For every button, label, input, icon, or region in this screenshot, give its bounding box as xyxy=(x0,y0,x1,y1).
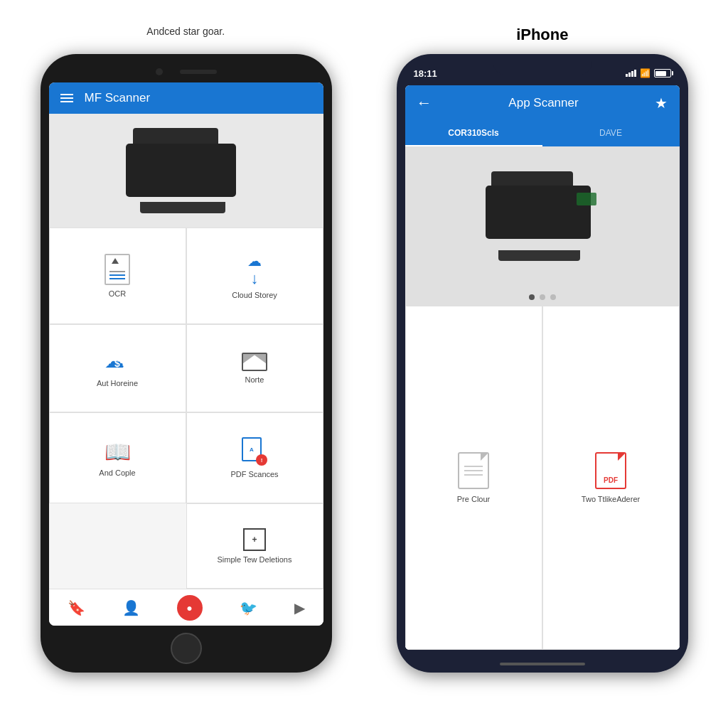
carousel-dots xyxy=(405,289,680,306)
android-bottom-nav: 🔖 👤 ● 🐦 ▶ xyxy=(49,589,323,626)
iphone-grid-label-doc: Pre Clour xyxy=(457,495,490,503)
iphone-printer-section xyxy=(405,146,680,289)
android-phone: MF Scanner xyxy=(41,54,332,673)
grid-item-label-cloud: Cloud Storey xyxy=(232,291,277,299)
android-home-area xyxy=(49,626,323,667)
dot-1[interactable] xyxy=(529,294,535,300)
record-icon: ● xyxy=(186,602,192,614)
signal-bars xyxy=(626,70,636,77)
iphone-grid-item-pdf[interactable]: PDF Two TtlikeAderer xyxy=(542,306,680,650)
android-printer-image xyxy=(126,128,247,213)
iphone-tabs: COR310Scls DAVE xyxy=(405,121,680,146)
doc-line-1 xyxy=(464,466,483,467)
iphone-printer-body xyxy=(486,186,591,239)
nav-record[interactable]: ● xyxy=(177,595,203,621)
bar1 xyxy=(626,74,628,77)
tab-dave[interactable]: DAVE xyxy=(542,121,680,146)
iphone-printer-tray xyxy=(498,250,580,261)
cloud-symbol: ☁ xyxy=(247,252,262,269)
cloud-down-icon: ☁ ↓ xyxy=(247,252,262,287)
battery-icon xyxy=(654,69,671,77)
wifi-icon: 📶 xyxy=(640,68,651,78)
android-app-title: MF Scanner xyxy=(85,91,151,105)
book-icon: 📖 xyxy=(105,439,131,464)
nav-twitter[interactable]: 🐦 xyxy=(240,599,257,616)
nav-play[interactable]: ▶ xyxy=(294,599,305,616)
doc-arrow xyxy=(112,258,119,264)
page-container: Andced star goar. iPhone MF Scann xyxy=(0,14,728,714)
doc-line xyxy=(109,271,125,272)
back-button[interactable]: ← xyxy=(417,94,432,112)
android-screen: MF Scanner xyxy=(49,82,323,626)
printer-body xyxy=(126,144,236,197)
hamburger-line xyxy=(60,94,73,95)
auto-icon: ☁ $ xyxy=(105,349,130,375)
hamburger-line xyxy=(60,97,73,99)
dot-3[interactable] xyxy=(550,294,556,300)
bar4 xyxy=(634,70,636,77)
dot-2[interactable] xyxy=(540,294,545,300)
grid-item-auto[interactable]: ☁ $ Aut Horeine xyxy=(49,324,186,412)
grid-item-label-simple: Simple Tew Deletions xyxy=(218,555,292,564)
nav-people[interactable]: 👤 xyxy=(122,599,140,616)
battery-tip xyxy=(672,71,673,75)
android-speaker xyxy=(180,70,217,74)
doc-corner xyxy=(481,454,488,461)
grid-item-pdf-scan[interactable]: A ! PDF Scances xyxy=(186,412,323,503)
doc-line xyxy=(109,274,125,276)
pdf-badge: ! xyxy=(256,454,267,466)
crop-icon: + xyxy=(243,528,266,551)
bar3 xyxy=(631,71,633,77)
iphone: 18:11 📶 xyxy=(397,54,688,673)
phones-container: MF Scanner xyxy=(11,54,717,673)
pdf-scan-icon: A ! xyxy=(242,437,267,466)
android-top-bar xyxy=(49,65,323,82)
iphone-home-area xyxy=(397,658,688,673)
down-arrow: ↓ xyxy=(251,271,259,287)
grid-item-label-ocr: OCR xyxy=(109,289,126,298)
page-header: Andced star goar. iPhone xyxy=(11,26,717,44)
iphone-header-label: iPhone xyxy=(397,26,688,44)
android-app-bar: MF Scanner xyxy=(49,82,323,114)
star-button[interactable]: ★ xyxy=(655,95,668,112)
android-header-label: Andced star goar. xyxy=(40,26,331,44)
iphone-action-grid: Pre Clour PDF Two TtlikeAderer xyxy=(405,306,680,650)
iphone-time: 18:11 xyxy=(414,68,437,79)
nav-bookmark[interactable]: 🔖 xyxy=(68,599,85,616)
pdf-corner xyxy=(618,454,625,461)
grid-item-copy[interactable]: 📖 And Cople xyxy=(49,412,186,503)
envelope-flap-right xyxy=(253,354,266,363)
iphone-screen: ← App Scanner ★ COR310Scls DAVE xyxy=(405,85,680,650)
tab-cor310[interactable]: COR310Scls xyxy=(405,121,542,146)
grid-item-label-copy: And Cople xyxy=(99,469,135,477)
iphone-grid-label-pdf: Two TtlikeAderer xyxy=(582,495,640,503)
doc-icon xyxy=(458,452,489,489)
iphone-app-title: App Scanner xyxy=(508,96,578,110)
iphone-printer-panel xyxy=(577,193,596,205)
iphone-home-bar[interactable] xyxy=(500,663,585,665)
iphone-status-icons: 📶 xyxy=(626,68,671,78)
printer-tray xyxy=(140,202,225,213)
android-home-button[interactable] xyxy=(171,633,202,664)
iphone-grid-item-doc[interactable]: Pre Clour xyxy=(405,306,542,650)
grid-item-label-auto: Aut Horeine xyxy=(97,379,138,387)
pdf-label: PDF xyxy=(604,476,618,484)
hamburger-icon[interactable] xyxy=(60,94,73,102)
envelope-icon xyxy=(242,353,267,371)
iphone-notch xyxy=(493,54,592,75)
grid-item-cloud[interactable]: ☁ ↓ Cloud Storey xyxy=(186,228,323,324)
grid-item-ocr[interactable]: OCR xyxy=(49,228,186,324)
doc-line-3 xyxy=(464,474,483,476)
grid-item-label-pdf: PDF Scances xyxy=(230,470,278,478)
doc-line-2 xyxy=(464,470,483,471)
hamburger-line xyxy=(60,101,73,102)
grid-item-simple[interactable]: + Simple Tew Deletions xyxy=(186,503,323,589)
doc-line xyxy=(109,278,125,279)
iphone-app-bar: ← App Scanner ★ xyxy=(405,85,680,121)
dollar-sign: $ xyxy=(114,358,120,369)
grid-item-label-note: Norte xyxy=(245,375,264,384)
bar2 xyxy=(628,73,631,77)
x-symbol: + xyxy=(252,535,257,545)
grid-item-note[interactable]: Norte xyxy=(186,324,323,412)
iphone-printer-image xyxy=(486,171,599,264)
